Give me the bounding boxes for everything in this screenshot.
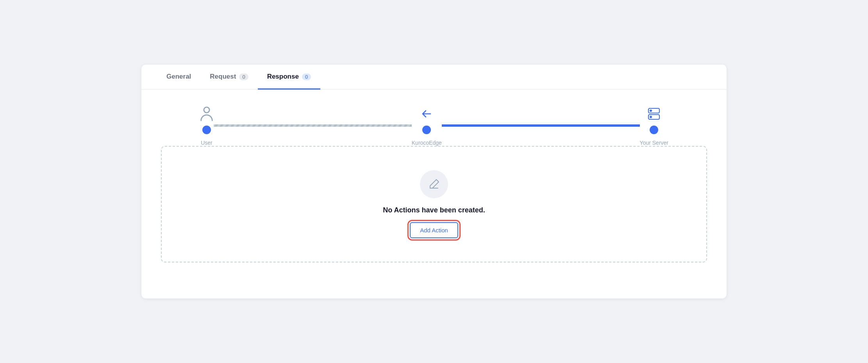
person-icon [200, 105, 214, 122]
tab-request-badge: 0 [239, 74, 248, 80]
flow-dot-server [650, 126, 658, 134]
flow-dot-kuroco [422, 126, 431, 134]
arrow-left-icon [421, 105, 432, 122]
content-area: User KurocoEdge [141, 90, 727, 278]
empty-state-icon-wrapper [420, 170, 448, 198]
tab-bar: General Request 0 Response 0 [141, 65, 727, 90]
svg-point-4 [650, 116, 652, 118]
flow-label-server: Your Server [640, 140, 668, 146]
tab-general[interactable]: General [157, 65, 200, 90]
flow-node-kuroco: KurocoEdge [412, 105, 442, 146]
svg-point-3 [650, 110, 652, 111]
tab-response-badge: 0 [302, 74, 311, 80]
tab-response-label: Response [267, 73, 299, 81]
flow-node-user: User [200, 105, 214, 146]
flow-diagram: User KurocoEdge [200, 105, 668, 146]
tab-request-label: Request [210, 73, 236, 81]
main-card: General Request 0 Response 0 Use [141, 64, 727, 299]
flow-dot-user [202, 126, 211, 134]
connector-right [442, 124, 640, 127]
tab-general-label: General [166, 73, 191, 81]
connector-left [214, 124, 412, 127]
add-action-button[interactable]: Add Action [410, 222, 458, 238]
flow-label-kuroco: KurocoEdge [412, 140, 442, 146]
svg-point-0 [204, 107, 209, 113]
flow-label-user: User [201, 140, 213, 146]
edit-icon [428, 178, 440, 190]
server-icon [647, 105, 661, 122]
empty-state-message: No Actions have been created. [383, 206, 485, 214]
flow-node-server: Your Server [640, 105, 668, 146]
empty-state-container: No Actions have been created. Add Action [161, 146, 707, 262]
tab-response[interactable]: Response 0 [258, 65, 320, 90]
tab-request[interactable]: Request 0 [200, 65, 257, 90]
